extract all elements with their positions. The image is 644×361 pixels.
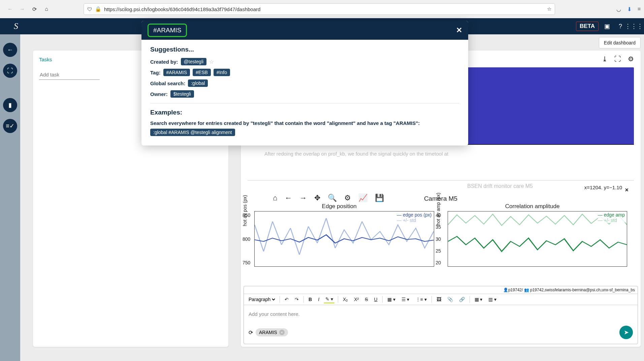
star-icon[interactable]: ☆	[547, 6, 551, 12]
remove-tag-icon[interactable]: ×	[279, 330, 285, 335]
browser-chrome: ← → ⟳ ⌂ 🛡 🔒 https://scilog.psi.ch/logboo…	[0, 0, 644, 18]
paragraph-select[interactable]: Paragraph	[247, 296, 276, 302]
undo-button[interactable]: ↶	[283, 296, 290, 303]
grid2-button[interactable]: ▥ ▾	[487, 296, 498, 303]
owner-label: Owner:	[150, 91, 168, 97]
bold-button[interactable]: B	[307, 296, 313, 303]
tag-chip[interactable]: #Info	[214, 69, 230, 76]
redo-button[interactable]: ↷	[293, 296, 300, 303]
rail-dashboard-button[interactable]: ⛶	[3, 64, 17, 78]
grid-button[interactable]: ▦ ▾	[473, 296, 484, 303]
plot-container: ⌂ ← → ✥ 🔍 ⚙ 📈 💾 x=1204. y=−1.10 Camera M…	[248, 180, 634, 267]
plot-coords: x=1204. y=−1.10	[584, 185, 622, 190]
plot-back-icon[interactable]: ←	[285, 194, 292, 202]
attach-button[interactable]: 📎	[446, 296, 454, 303]
search-close-icon[interactable]: ✕	[456, 26, 462, 35]
created-by-chip[interactable]: @testegli	[181, 58, 207, 65]
help-icon[interactable]: ?	[615, 21, 625, 31]
search-overlay: #ARAMIS ✕ Suggestions... Created by: @te…	[141, 21, 468, 145]
plot-config-icon[interactable]: ⚙	[344, 194, 351, 202]
global-chip[interactable]: :global	[188, 79, 208, 87]
tag-label: Tag:	[150, 70, 161, 75]
log-entry-text: After redoing the overlap on prof_kb, we…	[264, 151, 617, 157]
plot2: — edge amp— +/- std	[448, 211, 627, 267]
fullscreen-icon[interactable]: ⛶	[614, 55, 621, 63]
example-text: Search everywhere for entries created by…	[150, 120, 459, 126]
slideshow-icon[interactable]: ▣	[602, 21, 612, 31]
menu-icon[interactable]: ≡	[638, 6, 641, 12]
plot1-subtitle: Edge position	[322, 203, 357, 210]
owner-chip[interactable]: $testegli	[170, 90, 194, 98]
url-text: https://scilog.psi.ch/logbooks/636c046d9…	[104, 6, 544, 12]
download-icon[interactable]: ⤓	[602, 55, 608, 63]
example-chip[interactable]: :global #ARAMIS @testegli alignment	[150, 129, 235, 136]
url-bar[interactable]: 🛡 🔒 https://scilog.psi.ch/logbooks/636c0…	[84, 3, 555, 15]
edit-dashboard-button[interactable]: Edit dashboard	[599, 37, 641, 48]
add-task-input[interactable]	[39, 70, 100, 80]
strike-button[interactable]: S	[363, 296, 369, 303]
app-logo[interactable]: S	[8, 19, 24, 34]
numlist-button[interactable]: ☰ ▾	[400, 296, 411, 303]
created-by-label: Created by:	[150, 59, 178, 65]
home-button[interactable]: ⌂	[41, 4, 52, 14]
highlight-button[interactable]: ✎ ▾	[324, 296, 334, 303]
apps-icon[interactable]: ⋮⋮⋮	[629, 21, 639, 31]
suggestions-title: Suggestions...	[150, 46, 459, 53]
rail-checklist-button[interactable]: ≡✓	[3, 119, 17, 133]
tag-chip[interactable]: #ESB	[193, 69, 211, 76]
drift-close-icon[interactable]: ×	[625, 187, 629, 194]
lock-icon: 🔒	[95, 6, 101, 12]
rail-book-button[interactable]: ▮	[3, 98, 17, 112]
composer: 👤p19742/ 👥 p19742,swissfelaramis-bernina…	[244, 286, 638, 344]
image-button[interactable]: 🖼	[435, 296, 443, 303]
underline-button[interactable]: U	[373, 296, 379, 303]
table-button[interactable]: ▦ ▾	[386, 296, 397, 303]
beta-badge: BETA	[576, 22, 599, 31]
shield-icon: 🛡	[87, 6, 92, 12]
composer-tag[interactable]: ARAMIS ×	[256, 328, 288, 336]
subscript-button[interactable]: X₂	[342, 296, 349, 303]
plot-fwd-icon[interactable]: →	[299, 194, 307, 202]
star-icon[interactable]: ☆	[209, 59, 214, 65]
reload-button[interactable]: ⟳	[29, 4, 39, 14]
left-rail: ← ⛶ ▮ ≡✓	[0, 34, 20, 361]
plot-pan-icon[interactable]: ✥	[314, 194, 320, 202]
composer-meta: 👤p19742/ 👥 p19742,swissfelaramis-bernina…	[244, 286, 638, 294]
composer-content[interactable]: Add your content here.	[244, 305, 638, 323]
plot-save-icon[interactable]: 💾	[375, 194, 384, 202]
back-button[interactable]: ←	[5, 4, 15, 14]
bulllist-button[interactable]: ⋮≡ ▾	[414, 296, 428, 303]
italic-button[interactable]: I	[317, 296, 321, 303]
plot2-subtitle: Correlation amplitude	[505, 203, 560, 210]
send-button[interactable]: ➤	[619, 326, 633, 339]
drift-monitor-label: BSEN drift monitor care M5	[467, 183, 533, 189]
global-search-label: Global search:	[150, 80, 185, 86]
gear-icon[interactable]: ⚙	[628, 55, 634, 63]
search-input[interactable]: #ARAMIS	[148, 24, 187, 37]
forward-button[interactable]: →	[17, 4, 27, 14]
examples-title: Examples:	[150, 109, 459, 116]
plot1: — edge pos (px)— +/- std	[254, 211, 434, 267]
plot-home-icon[interactable]: ⌂	[273, 194, 277, 202]
superscript-button[interactable]: X²	[353, 296, 360, 303]
tag-chip[interactable]: #ARAMIS	[163, 69, 190, 76]
plot-zoom-icon[interactable]: 🔍	[328, 194, 337, 202]
link-button[interactable]: 🔗	[458, 296, 466, 303]
pocket-icon[interactable]: ◡	[616, 6, 621, 12]
composer-toolbar: Paragraph ↶ ↷ B I ✎ ▾ X₂ X² S U ▦ ▾ ☰ ▾ …	[244, 294, 638, 305]
plot-axes-icon[interactable]: 📈	[358, 194, 367, 202]
refresh-tags-icon[interactable]: ⟳	[249, 329, 253, 336]
rail-back-button[interactable]: ←	[3, 43, 17, 57]
download-icon[interactable]: ⬇	[627, 6, 632, 12]
